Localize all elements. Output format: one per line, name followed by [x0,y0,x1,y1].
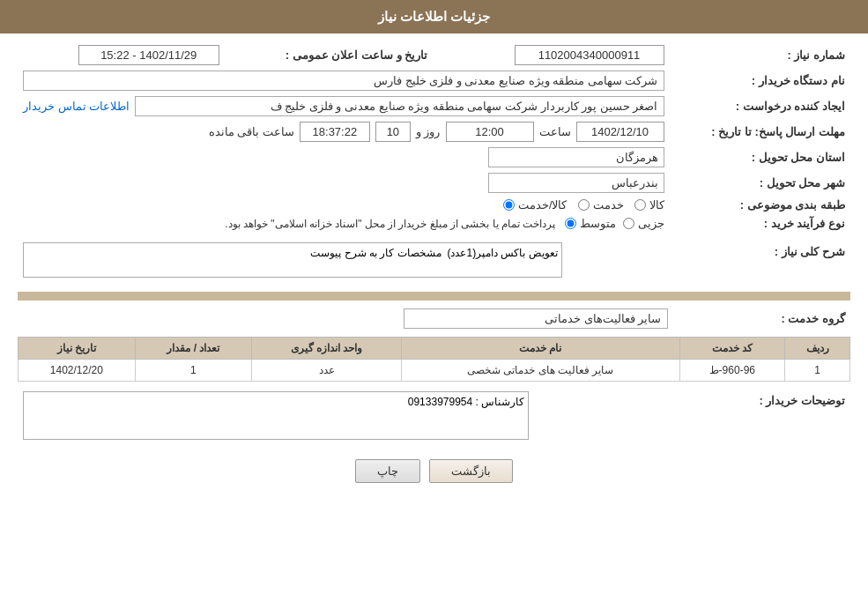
city-value: بندرعباس [18,170,670,196]
time-label: ساعت [539,125,571,138]
page-title: جزئیات اطلاعات نیاز [378,9,490,24]
back-button[interactable]: بازگشت [429,459,513,483]
category-goods-service-option[interactable]: کالا/خدمت [503,198,568,212]
col-service-name: نام خدمت [402,338,680,360]
cell-unit: عدد [252,360,402,382]
process-medium-option[interactable]: متوسط [565,217,616,230]
category-goods-service-radio[interactable] [503,199,515,211]
city-box: بندرعباس [488,173,664,193]
services-table: ردیف کد خدمت نام خدمت واحد اندازه گیری ت… [18,337,850,382]
remaining-label: ساعت باقی مانده [209,125,294,138]
category-goods-service-label: کالا/خدمت [518,198,568,212]
send-date-label: مهلت ارسال پاسخ: تا تاریخ : [670,119,851,145]
requester-label: ایجاد کننده درخواست : [670,93,851,119]
col-service-code: کد خدمت [679,338,784,360]
buyer-notes-value [18,389,534,445]
requester-box: اصغر حسین پور کاربردار شرکت سهامی منطقه … [135,96,664,116]
date-box: 1402/12/10 [576,122,664,142]
cell-quantity: 1 [135,360,252,382]
cell-row-num: 1 [785,360,850,382]
category-label: طبقه بندی موضوعی : [670,196,851,214]
process-partial-radio[interactable] [623,218,634,229]
col-unit: واحد اندازه گیری [252,338,402,360]
table-row: 1 960-96-ط سایر فعالیت های خدماتی شخصی ع… [19,360,850,382]
col-date: تاریخ نیاز [19,338,136,360]
need-desc-label: شرح کلی نیاز : [568,240,850,283]
process-type-value: جزیی متوسط پرداخت تمام یا بخشی از مبلغ خ… [18,214,670,233]
buyer-notes-textarea[interactable] [23,391,529,440]
process-medium-label: متوسط [580,217,616,230]
button-row: بازگشت چاپ [18,459,850,483]
page-header: جزئیات اطلاعات نیاز [0,0,868,33]
category-goods-option[interactable]: کالا [634,198,664,212]
need-desc-value: تعویض باکس دامپر(1عدد) مشخصات کار به شرح… [18,240,568,283]
need-desc-textarea[interactable]: تعویض باکس دامپر(1عدد) مشخصات کار به شرح… [23,242,562,278]
col-quantity: تعداد / مقدار [135,338,252,360]
cell-date: 1402/12/20 [19,360,136,382]
buyer-notes-label: توضیحات خریدار : [534,389,850,445]
service-group-box: سایر فعالیت‌های خدماتی [404,308,668,329]
col-row-num: ردیف [785,338,850,360]
process-partial-label: جزیی [638,217,664,230]
city-label: شهر محل تحویل : [670,170,851,196]
contact-link[interactable]: اطلاعات تماس خریدار [23,100,130,113]
province-label: استان محل تحویل : [670,145,851,170]
cell-service-code: 960-96-ط [679,360,784,382]
time-box: 12:00 [446,122,534,142]
day-label: روز و [416,125,441,138]
announce-time-box: 1402/11/29 - 15:22 [78,45,219,65]
need-number-box: 1102004340000911 [515,45,664,65]
category-goods-radio[interactable] [634,199,646,211]
category-service-option[interactable]: خدمت [578,198,624,212]
time2-box: 18:37:22 [300,122,370,142]
process-medium-radio[interactable] [565,218,576,229]
need-number-value: 1102004340000911 [450,42,669,68]
services-section-title [18,292,850,301]
process-type-label: نوع فرآیند خرید : [670,214,851,233]
province-box: هرمزگان [488,147,664,167]
requester-value: اصغر حسین پور کاربردار شرکت سهامی منطقه … [18,93,670,119]
service-group-label: گروه خدمت : [673,306,851,331]
buyer-org-value: شرکت سهامی منطقه ویژه صنایع معدنی و فلزی… [18,68,670,93]
day-box: 10 [375,122,411,142]
category-service-radio[interactable] [578,199,590,211]
announce-time-label: تاریخ و ساعت اعلان عمومی : [225,42,434,68]
service-group-value: سایر فعالیت‌های خدماتی [18,306,673,331]
cell-service-name: سایر فعالیت های خدماتی شخصی [402,360,680,382]
announce-time-value: 1402/11/29 - 15:22 [18,42,225,68]
buyer-org-label: نام دستگاه خریدار : [670,68,851,93]
process-partial-option[interactable]: جزیی [623,217,664,230]
process-desc: پرداخت تمام یا بخشی از مبلغ خریدار از مح… [225,218,555,230]
print-button[interactable]: چاپ [355,459,420,483]
need-number-label: شماره نیاز : [670,42,851,68]
send-date-value: 1402/12/10 ساعت 12:00 روز و 10 18:37:22 … [18,119,670,145]
category-value: کالا خدمت کالا/خدمت [18,196,670,214]
category-service-label: خدمت [593,198,624,212]
province-value: هرمزگان [18,145,670,170]
category-goods-label: کالا [649,198,664,212]
buyer-org-box: شرکت سهامی منطقه ویژه صنایع معدنی و فلزی… [23,71,664,91]
